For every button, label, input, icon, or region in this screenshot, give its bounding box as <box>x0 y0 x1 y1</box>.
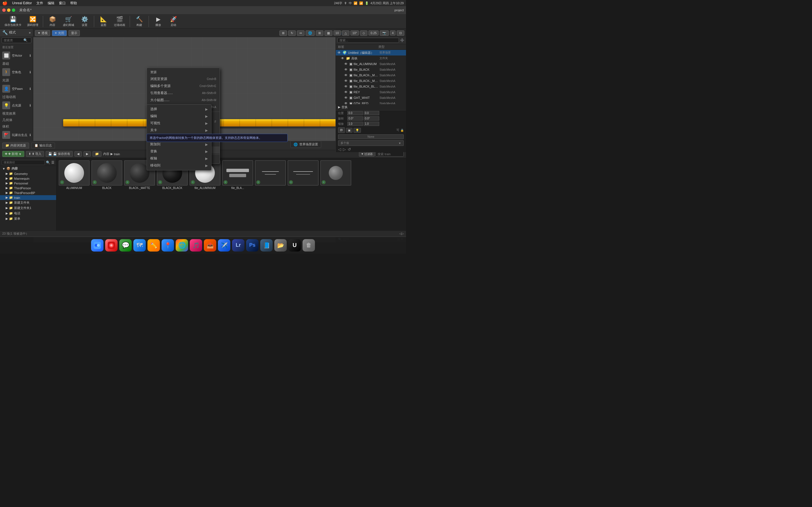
category-visual[interactable]: 视觉效果 <box>0 110 33 117</box>
acm-visibility[interactable]: 可视性 ▶ <box>147 120 211 127</box>
scale-y-input[interactable] <box>364 122 379 126</box>
tree-item-new-folder1[interactable]: ▶ 📁 新建文件夹1 <box>0 205 56 211</box>
category-volume[interactable]: 体积 <box>0 123 33 130</box>
acm-transform[interactable]: 变换 ▶ <box>147 148 211 155</box>
dock-notes[interactable]: 📘 <box>260 239 273 251</box>
acm-select[interactable]: 选择 ▶ <box>147 106 211 113</box>
cm-edit-resources[interactable]: 编辑多个资源 Cmd+Shift+E <box>147 82 220 90</box>
content-button[interactable]: 📦 内容 <box>45 15 59 27</box>
menu-edit[interactable]: 编辑 <box>48 1 54 6</box>
outliner-item-file-black-ma2[interactable]: 👁 ▣ file_BLACK-_MA2 StaticMeshA <box>336 78 406 83</box>
new-btn[interactable]: ✚ ✚ 新增 ▼ <box>2 151 24 157</box>
loc-x-input[interactable] <box>347 111 363 115</box>
dock-ps[interactable]: Ps <box>246 239 259 251</box>
rot-y-input[interactable] <box>364 116 379 121</box>
left-item-empty-char[interactable]: 🚶 空角色 ℹ <box>0 67 33 77</box>
import-btn[interactable]: ⬆ ⬆ 导入 <box>26 151 44 157</box>
menu-file[interactable]: 文件 <box>36 1 43 6</box>
dock-maps[interactable]: 🗺 <box>133 239 146 251</box>
dock-sketch[interactable]: ✏️ <box>147 239 160 251</box>
rotation-value[interactable]: 10° <box>350 31 359 36</box>
dock-launchpad[interactable] <box>105 239 117 251</box>
source-button[interactable]: 🔀 源码管理 <box>25 15 41 27</box>
outliner-search-input[interactable] <box>338 38 399 43</box>
outliner-item-file-black-ma1[interactable]: 👁 ▣ file_BLACK-_MA1 StaticMeshA <box>336 72 406 78</box>
dock-finder2[interactable]: 📂 <box>274 239 287 251</box>
vis-icon-file-alu[interactable]: 👁 <box>344 62 348 66</box>
build-button[interactable]: 🔨 构建 <box>132 15 146 27</box>
scale-btn[interactable]: ⇔ <box>297 31 305 36</box>
breadcrumb-train[interactable]: train <box>114 152 120 156</box>
asset-placeholder[interactable]: + <box>320 160 351 189</box>
snap-btn[interactable]: ⊞ <box>316 31 323 36</box>
tree-root-content[interactable]: ▼ 📦 内容 <box>0 166 56 171</box>
perspective-btn[interactable]: ▼ 透视 <box>35 30 50 36</box>
filter-btn[interactable]: ▼ 过滤器 <box>359 152 375 157</box>
world-settings-panel[interactable]: 🌐 世界场景设置 <box>290 141 321 148</box>
grid-btn[interactable]: ▦ <box>324 31 333 36</box>
menu-help[interactable]: 帮助 <box>70 1 77 6</box>
category-cinematic[interactable]: 过场动画 <box>0 94 33 100</box>
expand-modes-button[interactable]: » <box>29 31 31 35</box>
apple-logo[interactable]: 🍎 <box>2 1 8 6</box>
mesh-icons-btn[interactable]: ▣ <box>346 128 352 133</box>
dock-ue[interactable]: U <box>289 239 301 251</box>
left-item-empty-pawn[interactable]: 👤 空Pawn ℹ <box>0 83 33 94</box>
transform-btn[interactable]: ⊞ <box>280 31 287 36</box>
tree-item-phone[interactable]: ▶ 📁 电话 <box>0 211 56 216</box>
grid-size[interactable]: 10 <box>334 31 341 36</box>
vis-icon-folder[interactable]: 👁 <box>340 56 345 61</box>
tree-item-third-person[interactable]: ▶ 📁 ThirdPerson <box>0 186 56 190</box>
dock-trash[interactable]: 🗑 <box>303 239 315 251</box>
vis-icon-untitled[interactable]: 👁 <box>337 50 342 55</box>
world-btn[interactable]: 🌐 <box>306 31 315 36</box>
maximize-button[interactable] <box>12 8 15 12</box>
undo-btn[interactable]: ◁ <box>338 147 341 152</box>
path-list-icon[interactable]: ☰ <box>51 161 54 165</box>
wifi-icon[interactable]: 📶 <box>359 1 363 5</box>
loc-y-input[interactable] <box>364 111 379 115</box>
asset-wire-2[interactable]: + <box>255 160 286 189</box>
outliner-item-ght-whit[interactable]: 👁 ▣ GHT_WHIT StaticMeshA <box>336 95 406 101</box>
vis-icon-blackblac[interactable]: 👁 <box>344 84 348 89</box>
dock-music[interactable]: 🎵 <box>190 239 202 251</box>
output-log-tab[interactable]: 📋 输出日志 <box>31 143 55 149</box>
left-item-point-light[interactable]: 💡 点光源 ℹ <box>0 100 33 110</box>
blueprint-button[interactable]: 📐 蓝图 <box>96 15 110 27</box>
save-all-btn[interactable]: 💾 💾 保存所有 <box>46 151 73 157</box>
multiple-values-input[interactable]: 多个值 ▼ <box>338 140 404 146</box>
maximize-viewport-btn[interactable]: ⊡ <box>397 31 404 36</box>
search-input[interactable] <box>4 39 23 42</box>
outliner-item-folder[interactable]: 👁 📁 高铁 文件夹 <box>336 55 406 61</box>
launch-button[interactable]: 🚀 启动 <box>166 15 181 27</box>
tree-item-geometry[interactable]: ▶ 📁 Geometry <box>0 171 56 176</box>
dock-wechat[interactable]: 💬 <box>119 239 132 251</box>
tree-item-train[interactable]: ▶ 📁 train <box>0 195 56 200</box>
menu-window[interactable]: 窗口 <box>59 1 66 6</box>
acm-move-to[interactable]: 移动到 ▶ <box>147 162 211 169</box>
outliner-item-file-alu[interactable]: 👁 ▣ file_ALUMINIUM StaticMeshA <box>336 61 406 67</box>
dock-mail[interactable]: ✈️ <box>218 239 231 251</box>
refresh-btn[interactable]: ↺ <box>348 147 351 152</box>
show-btn[interactable]: 显示 <box>68 30 80 36</box>
prev-btn[interactable]: ◀ <box>74 151 82 157</box>
dock-nav[interactable]: 📍 <box>161 239 174 251</box>
static-toggle-btn[interactable]: 静 <box>338 127 345 133</box>
acm-pivot[interactable]: 枢轴 ▶ <box>147 155 211 162</box>
view-size-icon[interactable]: ◁▷ <box>399 232 404 235</box>
vis-icon-ma1[interactable]: 👁 <box>344 73 348 77</box>
cb-search-input[interactable] <box>375 152 404 157</box>
outliner-item-untitled[interactable]: 👁 🌍 Untitled（编辑器） 世界场景 <box>336 50 406 55</box>
vis-icon-ght[interactable]: 👁 <box>344 96 348 100</box>
scale-value[interactable]: 0.25 <box>368 31 378 36</box>
dock-finder[interactable] <box>91 239 103 251</box>
save-button[interactable]: 💾 保存当前关卡 <box>2 15 24 27</box>
app-name[interactable]: Unreal Editor <box>12 1 32 5</box>
settings-button[interactable]: ⚙️ 设置 <box>78 15 92 27</box>
asset-aluminium[interactable]: + ALUMINIUM <box>59 160 90 189</box>
tree-item-menu[interactable]: ▶ 📁 菜单 <box>0 216 56 221</box>
cinematic-button[interactable]: 🎬 过场动画 <box>112 15 128 27</box>
asset-black[interactable]: + BLACK <box>91 160 122 189</box>
redo-btn[interactable]: ▷ <box>343 147 346 152</box>
minimize-button[interactable] <box>7 8 10 12</box>
